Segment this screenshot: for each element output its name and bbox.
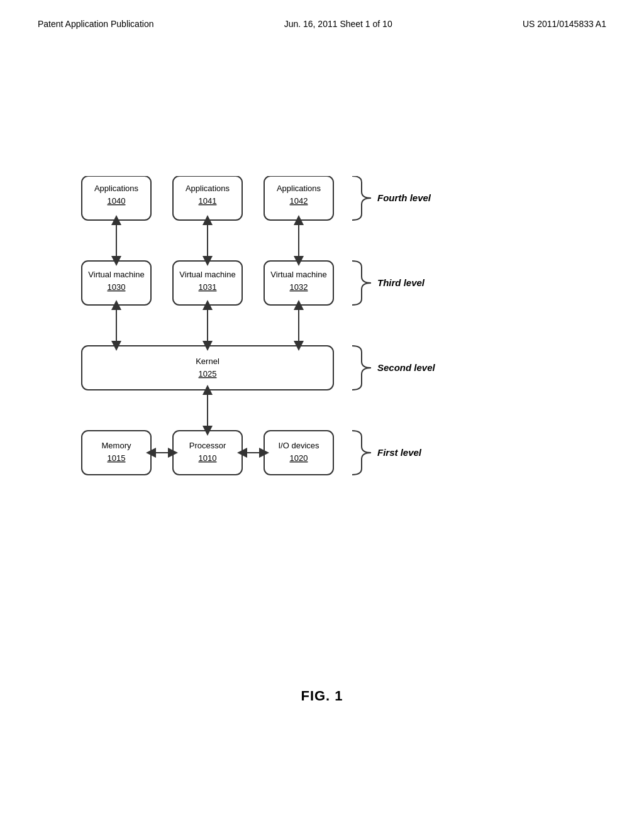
header-middle: Jun. 16, 2011 Sheet 1 of 10 [284,19,392,29]
svg-text:First level: First level [377,447,422,458]
svg-text:Kernel: Kernel [196,357,219,366]
svg-text:1031: 1031 [199,282,217,292]
svg-text:Processor: Processor [189,441,226,450]
svg-text:Second level: Second level [377,362,436,373]
svg-text:1030: 1030 [108,282,126,292]
fig-caption: FIG. 1 [301,688,343,704]
svg-text:Virtual machine: Virtual machine [88,270,144,279]
svg-text:1025: 1025 [199,369,217,379]
svg-text:1010: 1010 [199,453,217,463]
svg-text:Applications: Applications [277,184,321,193]
svg-text:Memory: Memory [102,441,131,450]
svg-text:I/O devices: I/O devices [278,441,319,450]
svg-text:1042: 1042 [290,196,308,206]
svg-rect-18 [82,346,333,390]
svg-text:1015: 1015 [108,453,126,463]
diagram-svg: Applications 1040 Applications 1041 Appl… [63,176,553,503]
svg-text:Virtual machine: Virtual machine [179,270,235,279]
svg-text:1032: 1032 [290,282,308,292]
svg-text:1040: 1040 [108,196,126,206]
svg-text:Fourth level: Fourth level [377,192,431,203]
svg-text:Applications: Applications [94,184,139,193]
svg-rect-24 [173,431,242,475]
svg-text:Applications: Applications [186,184,230,193]
svg-text:Third level: Third level [377,277,425,288]
svg-rect-27 [264,431,333,475]
svg-rect-21 [82,431,151,475]
header-right: US 2011/0145833 A1 [523,19,606,29]
svg-text:Virtual machine: Virtual machine [270,270,326,279]
svg-text:1020: 1020 [290,453,308,463]
page-header: Patent Application Publication Jun. 16, … [0,0,644,29]
header-left: Patent Application Publication [38,19,153,29]
svg-text:1041: 1041 [199,196,217,206]
